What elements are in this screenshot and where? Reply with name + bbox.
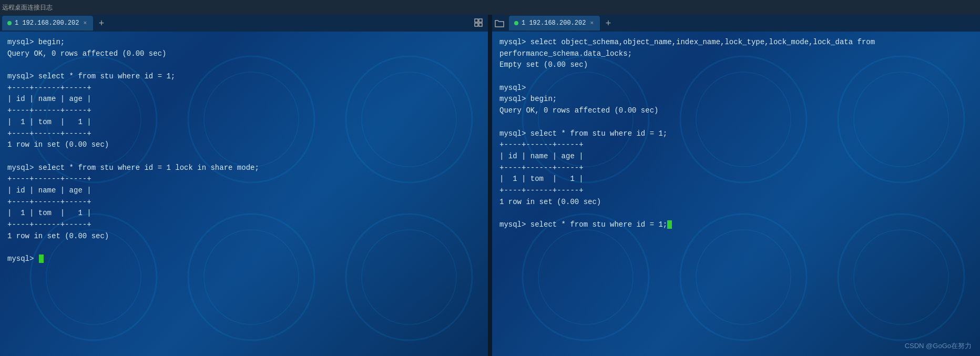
right-new-tab-button[interactable]: + [602, 17, 615, 29]
right-tab-close[interactable]: × [589, 20, 595, 26]
svg-rect-2 [475, 23, 478, 26]
right-terminal-content[interactable]: mysql> select object_schema,object_name,… [492, 32, 980, 356]
svg-rect-3 [479, 23, 482, 26]
right-tab[interactable]: 1 192.168.200.202 × [509, 16, 600, 30]
right-tab-dot [514, 21, 518, 25]
grid-icon[interactable] [474, 18, 484, 28]
pane-divider [488, 15, 492, 356]
left-tab-bar: 1 192.168.200.202 × + [0, 15, 488, 32]
right-cursor [667, 220, 672, 229]
title-text: 远程桌面连接日志 [2, 3, 53, 12]
right-tab-label: 1 192.168.200.202 [522, 19, 586, 27]
left-tab-label: 1 192.168.200.202 [15, 19, 79, 27]
title-bar: 远程桌面连接日志 [0, 0, 980, 15]
left-terminal-content[interactable]: mysql> begin; Query OK, 0 rows affected … [0, 32, 488, 356]
watermark: CSDN @GoGo在努力 [905, 341, 972, 351]
left-cursor [39, 255, 44, 263]
left-new-tab-button[interactable]: + [95, 17, 108, 29]
left-tab-dot [7, 21, 12, 25]
svg-rect-0 [475, 19, 478, 22]
folder-icon[interactable] [494, 18, 505, 28]
right-terminal-pane: 1 192.168.200.202 × + mysql> select obje… [492, 15, 980, 356]
left-tab-close[interactable]: × [82, 20, 88, 26]
left-terminal-pane: 1 192.168.200.202 × + mysql> begin; Quer… [0, 15, 488, 356]
left-tab[interactable]: 1 192.168.200.202 × [2, 16, 93, 30]
right-tab-bar: 1 192.168.200.202 × + [492, 15, 980, 32]
svg-rect-1 [479, 19, 482, 22]
